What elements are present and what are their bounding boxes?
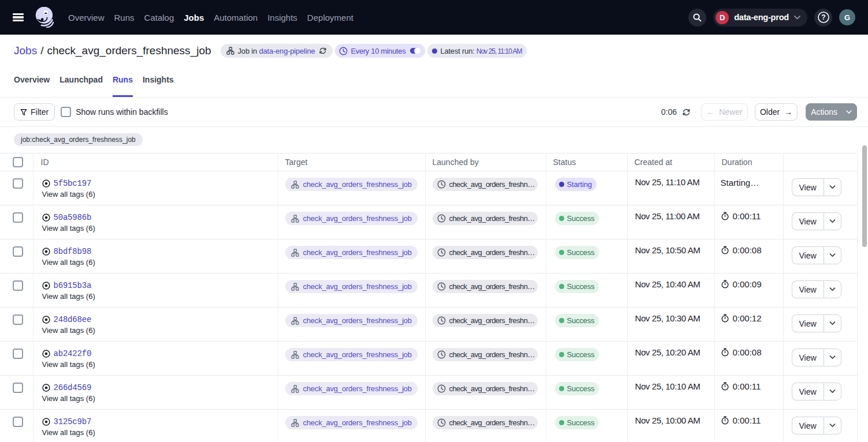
svg-text:?: ?: [821, 13, 825, 21]
